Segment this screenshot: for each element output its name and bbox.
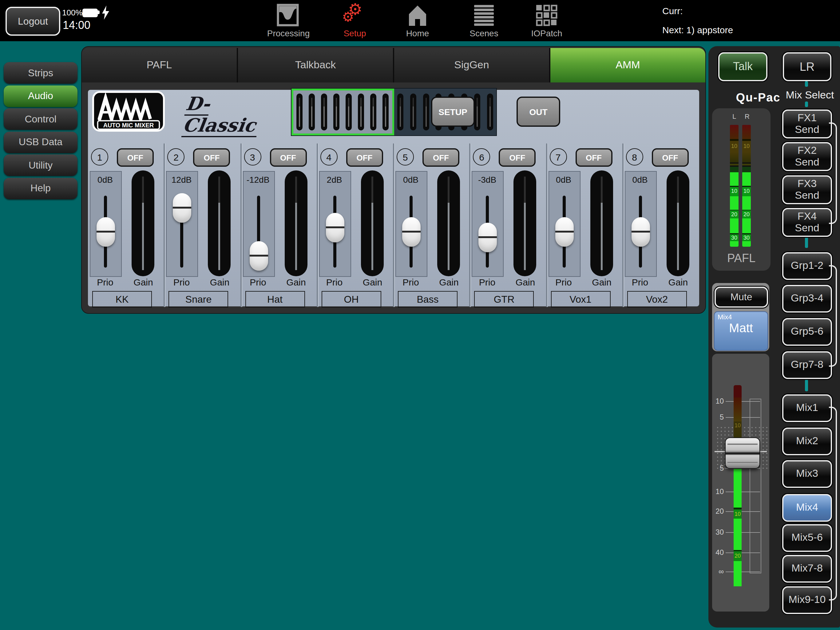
gain-label: Gain (279, 277, 313, 287)
fader-tick (726, 492, 760, 492)
master-fader-knob[interactable] (725, 437, 760, 469)
prio-slider-knob[interactable] (173, 193, 191, 222)
channel-off-button[interactable]: OFF (652, 148, 689, 167)
sidebar-item-strips[interactable]: Strips (4, 62, 77, 84)
lr-button[interactable]: LR (783, 52, 831, 81)
sidebar-item-audio[interactable]: Audio (4, 85, 77, 107)
prio-slider-knob[interactable] (555, 217, 573, 246)
nav-scenes[interactable]: Scenes (452, 2, 516, 41)
channel-off-button[interactable]: OFF (117, 148, 154, 167)
mix-select-fx2-send[interactable]: FX2Send (782, 142, 832, 171)
out-button[interactable]: OUT (516, 97, 560, 127)
prio-db-value: 2dB (317, 175, 352, 185)
pafl-meter-right-bar: 10102030 (742, 125, 751, 247)
gain-label: Gain (203, 277, 237, 287)
pafl-meter-panel: L R 10102030 10102030 PAFL (712, 108, 771, 271)
mic-slot-meter (309, 93, 315, 130)
channel-name: Hat (245, 291, 305, 308)
meter-scale-number: 10 (742, 143, 751, 149)
next-scene-label: Next: 1) appstore (662, 25, 733, 35)
fader-scale-label: 40 (712, 548, 724, 557)
mix-select-mix3[interactable]: Mix3 (782, 460, 832, 488)
gain-label: Gain (355, 277, 390, 287)
mix-select-mix9-10[interactable]: Mix9-10 (782, 586, 832, 614)
top-bar: Logout 100% 14:00 Processing⚙⚙SetupHomeS… (0, 0, 840, 41)
channel-number: 7 (549, 148, 567, 166)
channel-number: 1 (91, 148, 108, 166)
mix-select-fx3-send[interactable]: FX3Send (782, 175, 832, 204)
logout-button[interactable]: Logout (6, 7, 60, 36)
mute-button[interactable]: Mute (715, 287, 768, 308)
mix-select-grp1-2[interactable]: Grp1-2 (782, 252, 832, 280)
gain-label: Gain (584, 277, 619, 287)
tab-talkback[interactable]: Talkback (238, 48, 394, 82)
clock: 14:00 (63, 19, 90, 32)
prio-slider-knob[interactable] (249, 241, 268, 271)
sidebar-item-usb-data[interactable]: USB Data (4, 131, 77, 153)
sidebar-item-help[interactable]: Help (4, 177, 77, 199)
amm-panel: AUTO MIC MIXER D-Classic SETUP OUT 1OFF0… (88, 90, 699, 306)
mix-select-mix5-6[interactable]: Mix5-6 (782, 524, 832, 552)
nav-processing[interactable]: Processing (256, 2, 321, 41)
channel-off-button[interactable]: OFF (346, 148, 383, 167)
meter-scale-number: 10 (734, 423, 742, 429)
mix-select-grp5-6[interactable]: Grp5-6 (782, 318, 832, 346)
gain-meter (514, 171, 537, 276)
processing-icon (256, 2, 321, 27)
fader-scale-label: 20 (712, 507, 724, 516)
battery-icon-nub (98, 11, 99, 14)
mix-select-mix4[interactable]: Mix4 (782, 494, 832, 522)
tab-bar: PAFLTalkbackSigGenAMM (82, 48, 705, 82)
prio-label: Prio (395, 277, 427, 287)
sidebar-item-utility[interactable]: Utility (4, 154, 77, 176)
meter-scale-number: 20 (734, 553, 742, 559)
strip-header-panel: Mute Mix4 Matt (712, 283, 769, 351)
tab-siggen[interactable]: SigGen (394, 48, 550, 82)
channel-off-button[interactable]: OFF (575, 148, 612, 167)
prio-slider-knob[interactable] (402, 217, 421, 246)
channel-off-button[interactable]: OFF (499, 148, 536, 167)
meter-scale-number: 30 (730, 235, 739, 241)
meter-scale-number: 20 (742, 212, 751, 217)
channel-off-button[interactable]: OFF (193, 148, 230, 167)
prio-slider-knob[interactable] (479, 223, 497, 253)
amm-channel-gtr: 6OFF-3dBPrioGainGTR (470, 142, 547, 307)
nav-iopatch[interactable]: IOPatch (515, 2, 579, 41)
tab-pafl[interactable]: PAFL (82, 48, 238, 82)
fader-tick (726, 401, 760, 402)
fader-scale-label: 10 (712, 397, 724, 405)
mix-select-fx4-send[interactable]: FX4Send (782, 208, 832, 237)
amm-channel-vox1: 7OFF0dBPrioGainVox1 (546, 142, 623, 307)
talk-button[interactable]: Talk (718, 52, 767, 81)
setup-button[interactable]: SETUP (431, 97, 475, 127)
prio-slider-knob[interactable] (632, 217, 650, 246)
gain-meter (361, 171, 384, 276)
mix-select-grp7-8[interactable]: Grp7-8 (782, 351, 832, 379)
tab-amm[interactable]: AMM (550, 48, 705, 82)
prio-slider-knob[interactable] (326, 213, 344, 242)
channel-off-button[interactable]: OFF (422, 148, 459, 167)
sidebar-item-control[interactable]: Control (4, 108, 77, 130)
channel-name: KK (92, 291, 152, 308)
mix-select-mix1[interactable]: Mix1 (782, 394, 832, 422)
mix-select-mix7-8[interactable]: Mix7-8 (782, 555, 832, 583)
prio-label: Prio (471, 277, 503, 287)
channel-off-button[interactable]: OFF (270, 148, 306, 167)
nav-setup[interactable]: ⚙⚙Setup (323, 2, 387, 41)
mic-slot-meter (423, 93, 429, 130)
mix-select-grp3-4[interactable]: Grp3-4 (782, 285, 832, 313)
mix-select-fx1-send[interactable]: FX1Send (782, 109, 832, 138)
gain-meter (666, 171, 689, 276)
mix-select-dash (805, 81, 808, 87)
prio-slider-knob[interactable] (96, 217, 115, 246)
battery-icon (82, 9, 98, 17)
amm-channels: 1OFF0dBPrioGainKK2OFF12dBPrioGainSnare3O… (88, 142, 699, 307)
mix-select-mix2[interactable]: Mix2 (782, 427, 832, 455)
channel-number: 2 (167, 148, 185, 166)
prio-label: Prio (89, 277, 121, 287)
mix-layer-bracket (829, 407, 837, 600)
selected-mix-box[interactable]: Mix4 Matt (714, 311, 768, 351)
group-dash (805, 380, 808, 391)
gain-label: Gain (508, 277, 543, 287)
nav-home[interactable]: Home (385, 2, 450, 41)
